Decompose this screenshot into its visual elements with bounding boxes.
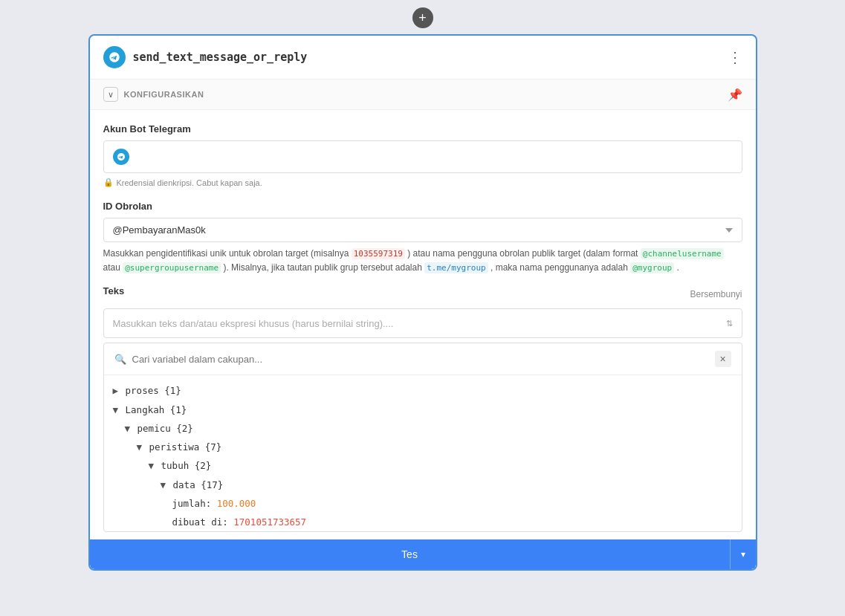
akun-bot-label: Akun Bot Telegram xyxy=(103,123,742,134)
credentials-note: 🔒 Kredensial dienkripsi. Cabut kapan saj… xyxy=(103,178,742,187)
akun-bot-section: Akun Bot Telegram 🔒 Kredensial dienkrips… xyxy=(103,123,742,187)
id-obrolan-select[interactable]: @PembayaranMas0k xyxy=(103,218,742,242)
teks-section: Teks Bersembunyi Masukkan teks dan/atau … xyxy=(103,285,742,338)
tree-item[interactable]: jumlah: 100.000 xyxy=(113,494,733,513)
close-button[interactable]: × xyxy=(715,351,731,367)
collapse-button[interactable]: ∨ xyxy=(103,87,118,102)
card-title: send_text_message_or_reply xyxy=(133,51,308,64)
add-button-top[interactable]: + xyxy=(412,7,433,28)
pin-icon[interactable]: 📌 xyxy=(728,88,742,102)
bersembunyi-link[interactable]: Bersembunyi xyxy=(690,289,742,299)
tree-item[interactable]: ▼ data {17} xyxy=(113,476,733,494)
tree-item[interactable]: ▶ proses {1} xyxy=(113,381,733,400)
konfig-bar: ∨ KONFIGURASIKAN 📌 xyxy=(90,80,756,110)
id-obrolan-description: Masukkan pengidentifikasi unik untuk obr… xyxy=(103,247,742,275)
id-obrolan-section: ID Obrolan @PembayaranMas0k Masukkan pen… xyxy=(103,201,742,275)
more-options-icon[interactable]: ⋮ xyxy=(728,50,742,65)
tes-dropdown-button[interactable]: ▾ xyxy=(730,539,756,569)
tree-item[interactable]: ▼ Langkah {1} xyxy=(113,401,733,419)
lock-icon: 🔒 xyxy=(103,178,114,187)
teks-placeholder: Masukkan teks dan/atau ekspresi khusus (… xyxy=(113,318,726,329)
tree-item[interactable]: ▼ peristiwa {7} xyxy=(113,438,733,456)
tree-item[interactable]: ▼ pemicu {2} xyxy=(113,419,733,438)
telegram-small-icon xyxy=(113,149,129,165)
tree-panel: ▶ proses {1}▼ Langkah {1}▼ pemicu {2}▼ p… xyxy=(104,375,742,531)
search-input[interactable] xyxy=(132,354,709,365)
main-card: send_text_message_or_reply ⋮ ∨ KONFIGURA… xyxy=(88,34,757,571)
teks-input-box[interactable]: Masukkan teks dan/atau ekspresi khusus (… xyxy=(103,308,742,338)
akun-bot-input[interactable] xyxy=(103,140,742,173)
teks-label: Teks xyxy=(103,285,125,296)
tree-item[interactable]: ▼ tubuh {2} xyxy=(113,456,733,475)
teks-expand-icon: ⇅ xyxy=(726,319,733,328)
variable-dropdown-panel: 🔍 × ▶ proses {1}▼ Langkah {1}▼ pemicu {2… xyxy=(103,343,742,532)
tes-button[interactable]: Tes xyxy=(90,539,730,569)
tree-item[interactable]: dibuat di: 1701051733657 xyxy=(113,513,733,531)
card-header: send_text_message_or_reply ⋮ xyxy=(90,36,756,80)
telegram-logo-icon xyxy=(103,46,126,68)
id-obrolan-label: ID Obrolan xyxy=(103,201,742,212)
search-icon: 🔍 xyxy=(114,354,126,365)
konfig-label: KONFIGURASIKAN xyxy=(124,90,204,99)
